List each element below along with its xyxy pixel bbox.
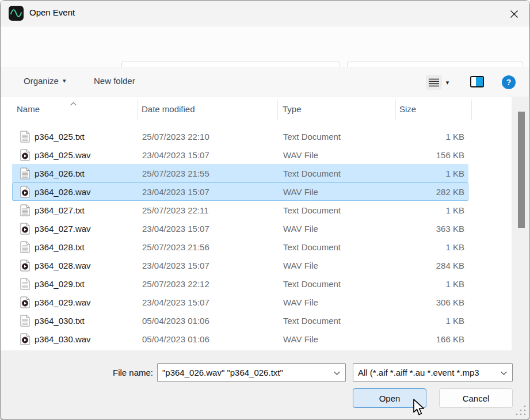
file-type: Text Document — [283, 205, 398, 215]
wav-file-icon — [20, 149, 30, 161]
column-divider[interactable] — [277, 100, 278, 120]
file-type: WAV File — [283, 150, 398, 160]
file-type: WAV File — [283, 334, 398, 344]
file-name: p364_025.wav — [35, 150, 144, 160]
file-size: 284 KB — [387, 261, 464, 270]
file-name: p364_028.txt — [35, 242, 144, 252]
file-size: 1 KB — [387, 279, 464, 289]
txt-file-icon — [20, 278, 30, 290]
views-caret-icon: ▾ — [446, 79, 449, 86]
preview-pane-left — [471, 77, 476, 86]
file-date-modified: 23/04/2023 15:07 — [142, 150, 274, 160]
file-date-modified: 25/07/2023 21:56 — [142, 242, 274, 252]
file-list: p364_025.txt 25/07/2023 22:10 Text Docum… — [1, 123, 511, 350]
column-header-type[interactable]: Type — [283, 104, 302, 114]
file-name: p364_026.txt — [35, 169, 144, 178]
organize-label: Organize — [24, 76, 59, 86]
txt-file-icon — [20, 315, 30, 327]
file-type-select[interactable]: All (*.aif *.aiff *.au *.event *.mp3 — [353, 363, 513, 382]
column-divider[interactable] — [137, 100, 138, 120]
open-event-dialog: Open Event « Windo... › — [0, 0, 530, 420]
window-title: Open Event — [29, 7, 75, 17]
column-divider[interactable] — [395, 100, 396, 120]
file-size: 166 KB — [387, 334, 464, 344]
file-name: p364_027.txt — [35, 205, 144, 215]
organize-caret-icon: ▾ — [63, 77, 66, 85]
txt-file-icon — [20, 241, 30, 253]
file-type: Text Document — [283, 279, 398, 289]
file-row[interactable]: p364_030.wav 05/04/2023 01:06 WAV File 1… — [12, 330, 468, 348]
column-header-date-modified[interactable]: Date modified — [142, 104, 195, 114]
wav-file-icon — [20, 296, 30, 308]
command-bar: Organize ▾ New folder ▾ — [1, 67, 529, 97]
file-date-modified: 23/04/2023 15:07 — [142, 297, 274, 307]
file-row[interactable]: p364_026.txt 25/07/2023 21:55 Text Docum… — [12, 164, 468, 182]
column-divider[interactable] — [471, 100, 472, 120]
file-size: 1 KB — [387, 132, 464, 142]
file-type: Text Document — [283, 316, 398, 326]
file-name: p364_030.txt — [35, 316, 144, 326]
file-row[interactable]: p364_025.txt 25/07/2023 22:10 Text Docum… — [12, 127, 468, 146]
file-name: p364_028.wav — [35, 261, 144, 270]
file-row[interactable]: p364_027.wav 23/04/2023 15:07 WAV File 3… — [12, 219, 468, 238]
vertical-scrollbar-track[interactable] — [512, 97, 529, 350]
txt-file-icon — [20, 167, 30, 180]
file-type: Text Document — [283, 169, 398, 178]
file-type: WAV File — [283, 187, 398, 197]
list-view-icon — [426, 75, 442, 90]
file-size: 306 KB — [387, 297, 464, 307]
file-size: 1 KB — [387, 169, 464, 178]
file-date-modified: 23/04/2023 15:07 — [142, 187, 274, 197]
file-date-modified: 05/04/2023 01:06 — [142, 334, 274, 344]
column-header-size[interactable]: Size — [399, 104, 416, 114]
file-name: p364_030.wav — [35, 334, 144, 344]
txt-file-icon — [20, 131, 30, 143]
file-type: WAV File — [283, 297, 398, 307]
wav-file-icon — [20, 259, 30, 272]
file-type-dropdown-chevron-icon[interactable] — [501, 368, 507, 377]
resize-grip[interactable] — [515, 404, 527, 418]
titlebar: Open Event — [1, 1, 529, 26]
file-row[interactable]: p364_028.wav 23/04/2023 15:07 WAV File 2… — [12, 256, 468, 274]
file-date-modified: 05/04/2023 01:06 — [142, 316, 274, 326]
file-type: WAV File — [283, 224, 398, 234]
new-folder-label: New folder — [94, 76, 135, 86]
file-name-input[interactable] — [158, 368, 333, 377]
views-button[interactable]: ▾ — [424, 74, 451, 90]
wav-file-icon — [20, 223, 30, 235]
txt-file-icon — [20, 204, 30, 216]
organize-button[interactable]: Organize ▾ — [24, 76, 66, 86]
file-size: 1 KB — [387, 205, 464, 215]
file-name: p364_029.wav — [35, 297, 144, 307]
sort-ascending-icon — [70, 98, 77, 108]
app-waveform-icon — [9, 6, 24, 21]
close-icon[interactable] — [504, 5, 524, 22]
file-type: Text Document — [283, 132, 398, 142]
file-name: p364_025.txt — [35, 132, 144, 142]
file-row[interactable]: p364_025.wav 23/04/2023 15:07 WAV File 1… — [12, 146, 468, 164]
vertical-scrollbar-thumb[interactable] — [518, 112, 525, 228]
file-row[interactable]: p364_026.wav 23/04/2023 15:07 WAV File 2… — [12, 182, 468, 201]
file-row[interactable]: p364_030.txt 05/04/2023 01:06 Text Docum… — [12, 311, 468, 330]
file-row[interactable]: p364_028.txt 25/07/2023 21:56 Text Docum… — [12, 238, 468, 256]
file-date-modified: 23/04/2023 15:07 — [142, 224, 274, 234]
file-size: 156 KB — [387, 150, 464, 160]
file-row[interactable]: p364_029.wav 23/04/2023 15:07 WAV File 3… — [12, 293, 468, 311]
file-name: p364_026.wav — [35, 187, 144, 197]
file-size: 282 KB — [387, 187, 464, 197]
file-date-modified: 25/07/2023 22:11 — [142, 205, 274, 215]
cancel-button[interactable]: Cancel — [439, 388, 513, 408]
file-size: 363 KB — [387, 224, 464, 234]
navigation-bar: « Windo... › Audio — [1, 26, 529, 67]
column-header-name[interactable]: Name — [17, 104, 40, 114]
new-folder-button[interactable]: New folder — [94, 76, 135, 86]
preview-pane-right — [476, 77, 483, 86]
file-type: Text Document — [283, 242, 398, 252]
preview-pane-icon[interactable] — [470, 76, 484, 87]
help-icon[interactable]: ? — [502, 75, 516, 89]
file-name-dropdown-chevron-icon[interactable] — [334, 368, 340, 377]
file-row[interactable]: p364_029.txt 25/07/2023 22:12 Text Docum… — [12, 274, 468, 293]
file-row[interactable]: p364_027.txt 25/07/2023 22:11 Text Docum… — [12, 201, 468, 219]
wav-file-icon — [20, 333, 30, 345]
file-size: 1 KB — [387, 242, 464, 252]
